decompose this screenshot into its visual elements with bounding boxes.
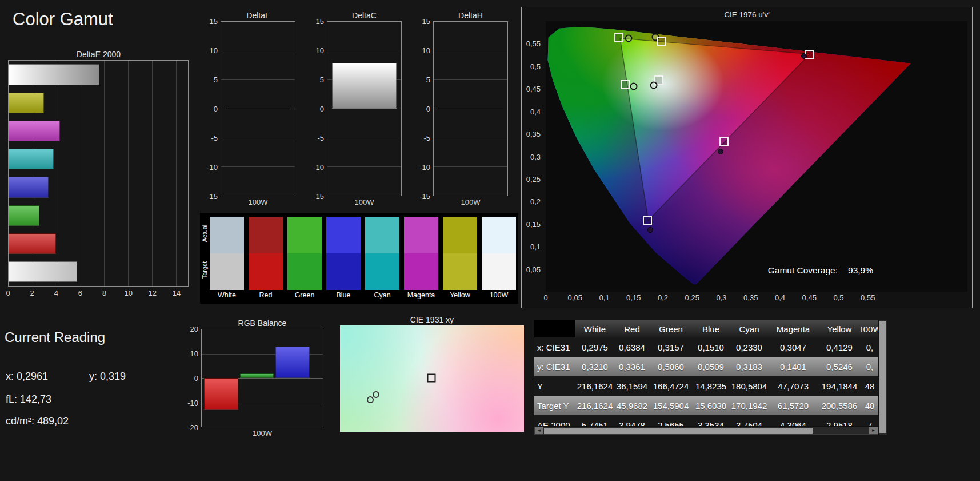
gridline <box>434 79 507 80</box>
swatch-target-color <box>404 253 438 290</box>
chart-title: DeltaE 2000 <box>8 49 189 60</box>
horizontal-scroll-thumb[interactable] <box>544 428 813 434</box>
deltaH-bar-100w <box>438 108 503 109</box>
deltaC-plot <box>327 21 402 196</box>
x-tick-label: 8 <box>102 289 106 297</box>
y-tick-label: 0,5 <box>530 62 541 70</box>
table-header-white[interactable]: White <box>575 320 614 337</box>
table-header-corner[interactable] <box>534 320 575 337</box>
current-reading-heading: Current Reading <box>5 329 182 345</box>
cell: 0, <box>861 337 878 357</box>
cell: 45,9682 <box>614 396 650 415</box>
y-tick-label: 0,05 <box>526 265 541 273</box>
cell: 216,1624 <box>575 396 614 415</box>
table-header-yellow[interactable]: Yellow <box>818 320 861 337</box>
y-tick-label: 0 <box>320 105 324 113</box>
scroll-right-icon[interactable]: ► <box>869 427 878 434</box>
cell: 194,1844 <box>818 376 861 396</box>
y-tick-label: 0,1 <box>530 243 541 251</box>
gridline <box>327 166 401 167</box>
cell: 216,1624 <box>575 376 614 396</box>
cie1976-panel: CIE 1976 u'v' 0,550,50,450,40,350,30,250… <box>521 7 973 308</box>
table-header-100w[interactable]: 100W <box>861 320 878 337</box>
gamut-marker-square <box>621 80 630 89</box>
y-tick-label: 0,15 <box>526 220 541 228</box>
x-axis-label: 100W <box>201 429 323 438</box>
cell: 0,3210 <box>575 357 614 376</box>
deltae-bar-white <box>9 261 77 282</box>
delta-charts: DeltaL 151050-5-10-15 100W DeltaC 151050… <box>201 10 520 212</box>
color-swatch-panel: Actual Target WhiteRedGreenBlueCyanMagen… <box>200 213 518 304</box>
cell: 5,7451 <box>575 415 614 426</box>
y-tick-label: -20 <box>187 423 198 432</box>
cie1931-panel: CIE 1931 xy <box>340 315 524 434</box>
cell: 3,9478 <box>614 415 650 426</box>
swatch-label: Cyan <box>365 291 399 299</box>
table-row-y[interactable]: Y216,162436,1594166,472414,8235180,58044… <box>534 376 878 396</box>
swatch-yellow <box>443 217 477 290</box>
swatch-actual-color <box>404 217 438 253</box>
x-axis-label: 100W <box>433 198 508 206</box>
table-header-magenta[interactable]: Magenta <box>769 320 818 337</box>
gridline <box>176 61 177 286</box>
deltaL-chart: DeltaL 151050-5-10-15 100W <box>201 10 307 212</box>
chart-title: DeltaC <box>327 10 402 21</box>
swatch-actual-color <box>326 217 361 253</box>
swatch-label: Blue <box>326 291 361 299</box>
table-header-cyan[interactable]: Cyan <box>730 320 769 337</box>
swatch-target-color <box>482 253 516 290</box>
swatch-red <box>249 217 283 290</box>
x-tick-label: 0,5 <box>833 293 843 302</box>
y-tick-label: -10 <box>207 163 218 172</box>
deltae-bar-cyan <box>9 149 54 169</box>
y-axis: 151050-5-10-15 <box>414 21 433 196</box>
xy-marker-square <box>427 374 436 383</box>
cell: 48 <box>861 376 878 396</box>
gridline <box>152 61 153 286</box>
x-tick-label: 12 <box>149 289 157 297</box>
table-row--e-2000[interactable]: ΔE 20005,74513,94782,56553,35343,75044,3… <box>534 415 878 426</box>
vertical-scrollbar[interactable] <box>879 320 887 435</box>
table-row-x-cie31[interactable]: x: CIE310,29750,63840,31570,15100,23300,… <box>534 337 878 357</box>
x-tick-label: 4 <box>54 289 58 297</box>
cell: 36,1594 <box>614 376 650 396</box>
row-label: Target Y <box>534 396 575 415</box>
gridline <box>221 166 295 167</box>
gridline <box>57 61 57 286</box>
gamut-marker-square <box>643 216 652 225</box>
table-row-target-y[interactable]: Target Y216,162445,9682154,590415,603817… <box>534 396 878 415</box>
swatch-target-color <box>365 253 399 290</box>
deltaC-chart: DeltaC 151050-5-10-15 100W <box>307 10 414 212</box>
deltaL-bar-100w <box>226 108 291 109</box>
swatch-actual-color <box>482 217 516 253</box>
gridline <box>434 166 507 167</box>
reading-y: y: 0,319 <box>89 371 126 383</box>
scroll-left-icon[interactable]: ◄ <box>535 427 543 434</box>
cell: 170,1942 <box>730 396 769 415</box>
table-header-blue[interactable]: Blue <box>692 320 730 337</box>
horizontal-scrollbar[interactable]: ◄ ► <box>534 427 878 435</box>
table-header-red[interactable]: Red <box>614 320 650 337</box>
gridline <box>104 61 105 286</box>
y-tick-label: 20 <box>190 325 198 333</box>
y-tick-label: 0 <box>194 374 198 383</box>
swatch-target-color <box>249 253 283 290</box>
deltae-bar-red <box>9 233 56 254</box>
swatch-label: Yellow <box>443 291 477 299</box>
x-tick-label: 0,25 <box>685 293 699 302</box>
swatch-label: 100W <box>482 291 516 299</box>
table-row-y-cie31[interactable]: y: CIE310,32100,33610,58600,05090,31830,… <box>534 357 878 376</box>
deltaH-plot <box>433 21 508 196</box>
x-tick-label: 0 <box>6 289 10 297</box>
cell: 3,3534 <box>692 415 730 426</box>
row-label: x: CIE31 <box>534 337 575 357</box>
gamut-coverage: Gamut Coverage: 93,9% <box>768 265 873 276</box>
table-header-green[interactable]: Green <box>650 320 692 337</box>
y-tick-label: 0,4 <box>530 107 541 116</box>
cell: 200,5586 <box>818 396 861 415</box>
x-tick-label: 0,35 <box>743 293 758 302</box>
swatch-actual-color <box>210 217 244 253</box>
y-tick-label: -10 <box>419 163 430 172</box>
vertical-scroll-thumb[interactable] <box>879 321 886 433</box>
table-body: x: CIE310,29750,63840,31570,15100,23300,… <box>534 337 878 426</box>
